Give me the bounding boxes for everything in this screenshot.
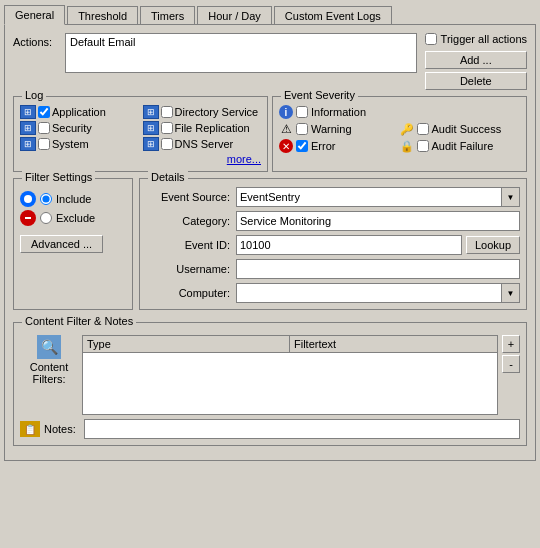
actions-input[interactable] bbox=[65, 33, 417, 73]
content-filter-section: Content Filter & Notes 🔍 Content Filters… bbox=[13, 322, 527, 446]
log-icon-dns: ⊞ bbox=[143, 137, 159, 151]
exclude-icon bbox=[20, 210, 36, 226]
sev-check-audit-failure[interactable] bbox=[417, 140, 429, 152]
log-icon-system: ⊞ bbox=[20, 137, 36, 151]
content-filter-inner: 🔍 Content Filters: Type Filtertext + - bbox=[20, 335, 520, 415]
notes-label: Notes: bbox=[44, 423, 76, 435]
log-check-application[interactable] bbox=[38, 106, 50, 118]
event-source-combo-row: ▼ bbox=[236, 187, 520, 207]
filter-table-body[interactable] bbox=[83, 353, 497, 413]
log-check-system[interactable] bbox=[38, 138, 50, 150]
content-filter-icon: 🔍 bbox=[37, 335, 61, 359]
add-filter-button[interactable]: + bbox=[502, 335, 520, 353]
severity-warning: ⚠ Warning bbox=[279, 122, 400, 136]
category-input[interactable] bbox=[236, 211, 520, 231]
log-item-file-replication: ⊞ File Replication bbox=[143, 121, 262, 135]
actions-row: Actions: Trigger all actions Add ... Del… bbox=[13, 33, 527, 90]
tab-general[interactable]: General bbox=[4, 5, 65, 25]
tab-threshold[interactable]: Threshold bbox=[67, 6, 138, 25]
log-title: Log bbox=[22, 89, 46, 101]
warning-icon: ⚠ bbox=[279, 122, 293, 136]
tab-timers[interactable]: Timers bbox=[140, 6, 195, 25]
event-severity-section: Event Severity i Information ⚠ Warning bbox=[272, 96, 527, 172]
lookup-button[interactable]: Lookup bbox=[466, 236, 520, 254]
computer-input[interactable] bbox=[236, 283, 502, 303]
event-severity-title: Event Severity bbox=[281, 89, 358, 101]
tab-bar: General Threshold Timers Hour / Day Cust… bbox=[4, 4, 536, 24]
more-link[interactable]: more... bbox=[227, 153, 261, 165]
log-icon-security: ⊞ bbox=[20, 121, 36, 135]
log-check-security[interactable] bbox=[38, 122, 50, 134]
remove-filter-button[interactable]: - bbox=[502, 355, 520, 373]
notes-input[interactable] bbox=[84, 419, 520, 439]
include-icon bbox=[20, 191, 36, 207]
add-button[interactable]: Add ... bbox=[425, 51, 527, 69]
log-check-dns[interactable] bbox=[161, 138, 173, 150]
details-title: Details bbox=[148, 171, 188, 183]
actions-buttons: Trigger all actions Add ... Delete bbox=[425, 33, 527, 90]
event-id-label: Event ID: bbox=[146, 239, 236, 251]
info-icon: i bbox=[279, 105, 293, 119]
exclude-radio[interactable] bbox=[40, 212, 52, 224]
details-grid: Event Source: ▼ Category: Event ID: Look… bbox=[146, 187, 520, 303]
sev-check-warning[interactable] bbox=[296, 123, 308, 135]
general-panel: Actions: Trigger all actions Add ... Del… bbox=[4, 24, 536, 461]
log-section: Log ⊞ Application ⊞ Directory Service bbox=[13, 96, 268, 172]
log-item-directory-service: ⊞ Directory Service bbox=[143, 105, 262, 119]
computer-label: Computer: bbox=[146, 287, 236, 299]
filter-details-row: Filter Settings Include Ex bbox=[13, 178, 527, 316]
sev-check-error[interactable] bbox=[296, 140, 308, 152]
actions-label: Actions: bbox=[13, 33, 65, 48]
event-source-dropdown-arrow[interactable]: ▼ bbox=[502, 187, 520, 207]
tab-custom-event-logs[interactable]: Custom Event Logs bbox=[274, 6, 392, 25]
trigger-all-label: Trigger all actions bbox=[441, 33, 527, 45]
details-section: Details Event Source: ▼ Category: Event … bbox=[139, 178, 527, 310]
content-filter-title: Content Filter & Notes bbox=[22, 315, 136, 327]
notes-icon: 📋 bbox=[20, 421, 40, 437]
severity-information: i Information bbox=[279, 105, 520, 119]
filter-table-header: Type Filtertext bbox=[83, 336, 497, 353]
content-filters-icon-label: 🔍 Content Filters: bbox=[20, 335, 78, 415]
advanced-button[interactable]: Advanced ... bbox=[20, 235, 103, 253]
filter-settings-title: Filter Settings bbox=[22, 171, 95, 183]
include-radio-item: Include bbox=[20, 191, 126, 207]
error-icon: ✕ bbox=[279, 139, 293, 153]
col-filtertext: Filtertext bbox=[290, 336, 497, 352]
exclude-label: Exclude bbox=[56, 212, 95, 224]
tab-hour-day[interactable]: Hour / Day bbox=[197, 6, 272, 25]
computer-combo-row: ▼ bbox=[236, 283, 520, 303]
computer-dropdown-arrow[interactable]: ▼ bbox=[502, 283, 520, 303]
log-item-dns: ⊞ DNS Server bbox=[143, 137, 262, 151]
content-filters-label: Content Filters: bbox=[30, 361, 69, 385]
log-icon-file-rep: ⊞ bbox=[143, 121, 159, 135]
main-window: General Threshold Timers Hour / Day Cust… bbox=[0, 0, 540, 548]
col-type: Type bbox=[83, 336, 290, 352]
severity-error: ✕ Error bbox=[279, 139, 400, 153]
event-id-input[interactable] bbox=[236, 235, 462, 255]
event-source-label: Event Source: bbox=[146, 191, 236, 203]
include-radio[interactable] bbox=[40, 193, 52, 205]
sev-check-audit-success[interactable] bbox=[417, 123, 429, 135]
severity-audit-failure: 🔒 Audit Failure bbox=[400, 139, 521, 153]
username-input[interactable] bbox=[236, 259, 520, 279]
delete-button[interactable]: Delete bbox=[425, 72, 527, 90]
filter-side-buttons: + - bbox=[502, 335, 520, 415]
severity-audit-success: 🔑 Audit Success bbox=[400, 122, 521, 136]
svg-point-0 bbox=[24, 195, 32, 203]
log-item-system: ⊞ System bbox=[20, 137, 139, 151]
filter-settings-section: Filter Settings Include Ex bbox=[13, 178, 133, 310]
include-label: Include bbox=[56, 193, 91, 205]
log-grid: ⊞ Application ⊞ Directory Service ⊞ bbox=[20, 105, 261, 151]
severity-grid: i Information ⚠ Warning 🔑 Audit Su bbox=[279, 105, 520, 153]
username-label: Username: bbox=[146, 263, 236, 275]
log-icon-application: ⊞ bbox=[20, 105, 36, 119]
log-icon-directory: ⊞ bbox=[143, 105, 159, 119]
trigger-all-checkbox[interactable] bbox=[425, 33, 437, 45]
log-check-file-rep[interactable] bbox=[161, 122, 173, 134]
sev-check-information[interactable] bbox=[296, 106, 308, 118]
key-icon: 🔑 bbox=[400, 122, 414, 136]
log-item-application: ⊞ Application bbox=[20, 105, 139, 119]
log-item-security: ⊞ Security bbox=[20, 121, 139, 135]
event-source-input[interactable] bbox=[236, 187, 502, 207]
log-check-directory[interactable] bbox=[161, 106, 173, 118]
